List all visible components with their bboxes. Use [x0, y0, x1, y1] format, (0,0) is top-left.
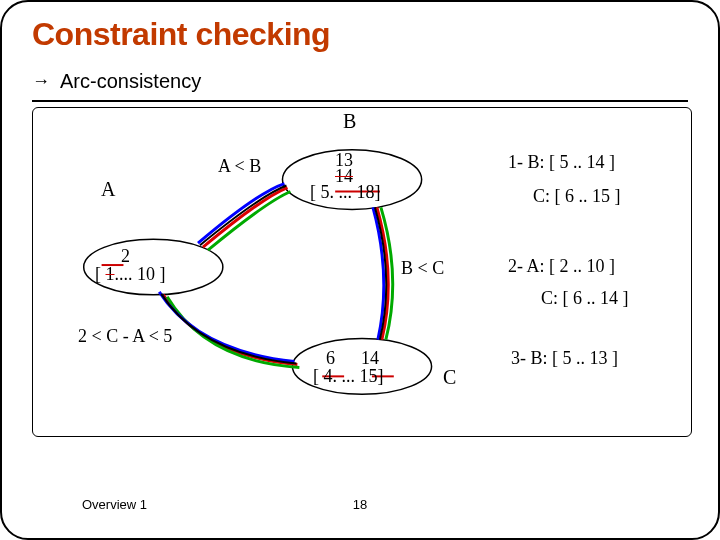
node-a-label: A — [101, 178, 115, 201]
slide: Constraint checking → Arc-consistency — [0, 0, 720, 540]
node-c-range: [ 4. ... 15] — [313, 366, 384, 387]
bullet-line: → Arc-consistency — [32, 70, 201, 93]
divider — [32, 100, 688, 102]
edge-ca-label: 2 < C - A < 5 — [78, 326, 172, 347]
diagram-frame: B 13 14 [ 5. ... 18] A 2 [ 1.... 10 ] 6 … — [32, 107, 692, 437]
arrow-icon: → — [32, 71, 50, 92]
node-a-rangerest: .... 10 ] — [115, 264, 166, 284]
slide-title: Constraint checking — [32, 16, 330, 53]
step-1b: 1- B: [ 5 .. 14 ] — [508, 152, 615, 173]
step-2c: C: [ 6 .. 14 ] — [541, 288, 629, 309]
step-2a: 2- A: [ 2 .. 10 ] — [508, 256, 615, 277]
footer-page: 18 — [353, 497, 367, 512]
node-a-bracket: [ — [95, 264, 106, 284]
step-3b: 3- B: [ 5 .. 13 ] — [511, 348, 618, 369]
node-b-range: [ 5. ... 18] — [310, 182, 381, 203]
node-c-label: C — [443, 366, 456, 389]
edge-bc-label: B < C — [401, 258, 444, 279]
footer-left: Overview 1 — [82, 497, 147, 512]
node-a-oldlower: 1 — [106, 264, 115, 284]
bullet-text: Arc-consistency — [60, 70, 201, 93]
node-b-label: B — [343, 110, 356, 133]
edge-ab-label: A < B — [218, 156, 261, 177]
step-1c: C: [ 6 .. 15 ] — [533, 186, 621, 207]
